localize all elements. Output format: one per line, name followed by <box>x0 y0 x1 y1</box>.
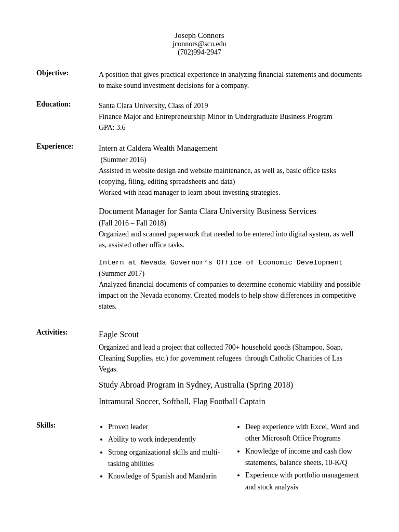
experience-label: Experience: <box>36 142 99 151</box>
skills-left-col: Proven leader Ability to work independen… <box>99 421 225 494</box>
skills-label: Skills: <box>36 421 99 430</box>
job-2-title: Document Manager for Santa Clara Univers… <box>99 205 363 218</box>
skills-columns: Proven leader Ability to work independen… <box>99 421 363 494</box>
job-3-bullet-1: Analyzed financial documents of companie… <box>99 279 363 312</box>
resume-header: Joseph Connors jconnors@scu.edu (702)994… <box>36 31 363 57</box>
skill-left-3: Strong organizational skills and multi-t… <box>108 447 225 470</box>
job-1-subtitle: (Summer 2016) <box>99 154 363 165</box>
activities-label: Activities: <box>36 328 99 337</box>
activity-2: Study Abroad Program in Sydney, Australi… <box>99 379 363 391</box>
skill-right-1: Deep experience with Excel, Word and oth… <box>245 421 363 445</box>
skill-right-2: Knowledge of income and cash flow statem… <box>245 446 363 469</box>
skill-left-1: Proven leader <box>108 421 225 433</box>
education-label: Education: <box>36 100 99 109</box>
activity-1: Eagle Scout Organized and lead a project… <box>99 328 363 375</box>
education-section: Education: Santa Clara University, Class… <box>36 100 363 133</box>
activities-content: Eagle Scout Organized and lead a project… <box>99 328 363 412</box>
job-3-subtitle: (Summer 2017) <box>99 268 363 279</box>
objective-content: A position that gives practical experien… <box>99 69 363 91</box>
activity-2-title: Study Abroad Program in Sydney, Australi… <box>99 379 363 391</box>
objective-text: A position that gives practical experien… <box>99 71 362 89</box>
job-2-subtitle: (Fall 2016 – Fall 2018) <box>99 218 363 229</box>
education-line2: Finance Major and Entrepreneurship Minor… <box>99 111 363 122</box>
header-email: jconnors@scu.edu <box>36 40 363 48</box>
job-2-bullet-1: Organized and scanned paperwork that nee… <box>99 229 363 250</box>
objective-label: Objective: <box>36 69 99 77</box>
activity-3-title: Intramural Soccer, Softball, Flag Footba… <box>99 395 363 408</box>
header-phone: (702)994-2947 <box>36 48 363 57</box>
experience-content: Intern at Caldera Wealth Management (Sum… <box>99 142 363 319</box>
skill-left-2: Ability to work independently <box>108 434 225 445</box>
header-name: Joseph Connors <box>36 31 363 40</box>
activity-1-text: Organized and lead a project that collec… <box>99 342 363 375</box>
skills-section: Skills: Proven leader Ability to work in… <box>36 421 363 494</box>
activity-1-title: Eagle Scout <box>99 328 363 341</box>
education-line3: GPA: 3.6 <box>99 122 363 133</box>
job-1: Intern at Caldera Wealth Management (Sum… <box>99 142 363 198</box>
education-content: Santa Clara University, Class of 2019 Fi… <box>99 100 363 133</box>
activity-3: Intramural Soccer, Softball, Flag Footba… <box>99 395 363 408</box>
skills-content: Proven leader Ability to work independen… <box>99 421 363 494</box>
skills-left-list: Proven leader Ability to work independen… <box>99 421 225 483</box>
job-1-title: Intern at Caldera Wealth Management <box>99 142 363 154</box>
skills-right-list: Deep experience with Excel, Word and oth… <box>236 421 363 493</box>
skill-left-4: Knowledge of Spanish and Mandarin <box>108 471 225 482</box>
job-3-title: Intern at Nevada Governor’s Office of Ec… <box>99 258 363 268</box>
skills-right-col: Deep experience with Excel, Word and oth… <box>236 421 363 494</box>
experience-section: Experience: Intern at Caldera Wealth Man… <box>36 142 363 319</box>
job-3: Intern at Nevada Governor’s Office of Ec… <box>99 258 363 312</box>
education-line1: Santa Clara University, Class of 2019 <box>99 100 363 111</box>
job-2: Document Manager for Santa Clara Univers… <box>99 205 363 250</box>
skill-right-3: Experience with portfolio management and… <box>245 470 363 493</box>
objective-section: Objective: A position that gives practic… <box>36 69 363 91</box>
job-1-bullet-1: Assisted in website design and website m… <box>99 165 363 187</box>
job-1-bullet-2: Worked with head manager to learn about … <box>99 187 363 198</box>
activities-section: Activities: Eagle Scout Organized and le… <box>36 328 363 412</box>
